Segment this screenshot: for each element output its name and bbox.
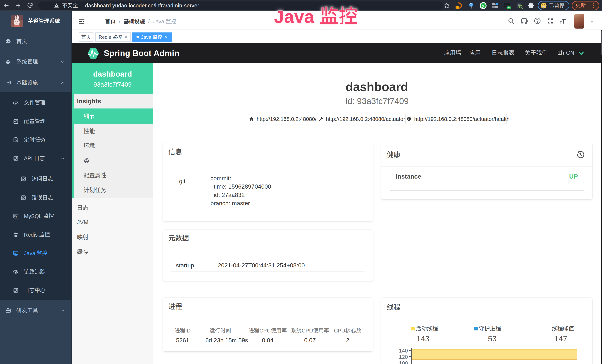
svg-text:1: 1 xyxy=(456,6,458,9)
svg-text:y: y xyxy=(482,4,484,8)
svg-text:SQL: SQL xyxy=(13,215,18,218)
svg-text:on: on xyxy=(507,7,510,9)
